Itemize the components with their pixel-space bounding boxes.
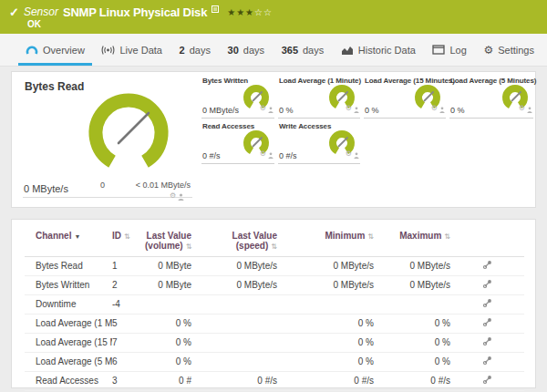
maximum-value: 0 #/s <box>374 372 450 391</box>
table-row[interactable]: Downtime -4 <box>25 295 524 315</box>
user-icon[interactable] <box>439 100 445 117</box>
maximum-value: 0 MByte/s <box>374 257 450 276</box>
wrench-icon <box>482 356 492 366</box>
wrench-icon <box>482 317 492 327</box>
wrench-icon <box>482 298 492 308</box>
channel-table: Channel ID Last Value (volume) Last Valu… <box>25 227 524 392</box>
wrench-icon <box>482 260 492 270</box>
edit-channel-button[interactable] <box>450 276 524 295</box>
channel-id: 2 <box>112 276 145 295</box>
minimum-value: 0 % <box>277 353 374 372</box>
channel-quick-icons: ⚙ <box>170 188 184 204</box>
tab-label: Historic Data <box>358 45 416 56</box>
gear-icon[interactable]: ⚙ <box>260 150 266 158</box>
gauge-arc-icon <box>26 45 38 56</box>
gear-icon[interactable]: ⚙ <box>346 150 352 158</box>
user-icon[interactable] <box>268 100 274 117</box>
gauge-needle <box>119 113 149 143</box>
overview-panel: Bytes Read 0 < 0.01 MByte/s 0 MByte/s ⚙ … <box>11 71 536 208</box>
column-header-last-speed[interactable]: Last Value (speed) <box>191 227 277 257</box>
gear-icon[interactable]: ⚙ <box>170 192 176 200</box>
channel-name: Read Accesses <box>25 372 112 391</box>
column-header-minimum[interactable]: Minimum <box>277 227 374 257</box>
column-header-maximum[interactable]: Maximum <box>374 227 450 257</box>
edit-channel-button[interactable] <box>450 334 524 353</box>
gear-icon[interactable]: ⚙ <box>346 105 352 112</box>
divider <box>23 197 192 198</box>
maximum-value: 0 % <box>374 334 450 353</box>
table-row[interactable]: Bytes Written 2 0 MByte 0 MByte/s 0 MByt… <box>25 276 524 295</box>
tab-live-data[interactable]: Live Data <box>99 34 163 66</box>
gear-icon[interactable]: ⚙ <box>260 105 266 112</box>
table-row[interactable]: Load Average (1 Min... 5 0 % 0 % 0 % <box>25 315 524 334</box>
user-icon[interactable] <box>268 146 274 162</box>
user-icon[interactable] <box>354 100 359 117</box>
mini-gauge-value: 0 % <box>279 106 294 115</box>
channel-name: Bytes Written <box>25 276 112 295</box>
tab-overview[interactable]: Overview <box>24 34 87 66</box>
priority-stars[interactable]: ★★★☆☆ <box>227 7 273 17</box>
edit-channel-button[interactable] <box>450 295 524 315</box>
channel-id: 3 <box>112 372 145 391</box>
channel-name: Bytes Read <box>25 257 112 276</box>
minimum-value: 0 % <box>277 334 374 353</box>
user-icon[interactable] <box>178 188 184 204</box>
mini-gauge-value: 0 % <box>450 106 465 115</box>
mini-gauge-load-average-5-minutes[interactable]: Load Average (5 Minutes) 0 % ⚙ <box>449 76 533 119</box>
sort-icon <box>183 241 192 251</box>
tab-historic-data[interactable]: Historic Data <box>339 34 418 66</box>
mini-gauge-value: 0 #/s <box>202 151 221 160</box>
minimum-value: 0 #/s <box>277 372 374 391</box>
stars-filled-icon: ★★★ <box>227 7 254 17</box>
tab-label: days <box>190 45 211 56</box>
edit-channel-button[interactable] <box>450 372 524 391</box>
tab-30-days[interactable]: 30 days <box>226 34 267 66</box>
edit-channel-button[interactable] <box>450 315 524 334</box>
channel-id: 6 <box>112 353 145 372</box>
status-check-icon: ✓ <box>9 5 19 19</box>
tab-2-days[interactable]: 2 days <box>178 34 212 66</box>
tab-log[interactable]: Log <box>430 34 468 66</box>
channel-name: Load Average (1 Min... <box>25 315 112 334</box>
minimum-value: 0 % <box>277 315 374 334</box>
minimum-value: 0 MByte/s <box>277 276 374 295</box>
last-value-speed <box>191 353 277 372</box>
tab-settings[interactable]: ⚙ Settings <box>481 34 536 66</box>
channel-quick-icons: ⚙ <box>260 100 274 117</box>
main-gauge-title: Bytes Read <box>25 80 84 93</box>
mini-gauge-load-average-1-minute[interactable]: Load Average (1 Minute) 0 % ⚙ <box>278 76 360 119</box>
table-row[interactable]: Load Average (5 Min... 6 0 % 0 % 0 % <box>25 353 524 372</box>
table-row[interactable]: Read Accesses 3 0 # 0 #/s 0 #/s 0 #/s <box>25 372 524 391</box>
window-icon <box>432 45 445 55</box>
column-header-channel[interactable]: Channel <box>25 227 112 257</box>
tab-number: 30 <box>228 45 239 56</box>
last-value-volume: 0 MByte <box>145 257 191 276</box>
last-value-volume: 0 % <box>145 353 191 372</box>
last-value-volume: 0 MByte <box>145 276 191 295</box>
wrench-icon <box>482 279 492 289</box>
user-icon[interactable] <box>527 100 532 117</box>
sensor-title: SNMP Linux Physical Disk <box>63 5 207 19</box>
last-value-volume: 0 % <box>145 315 191 334</box>
user-icon[interactable] <box>354 146 359 162</box>
tab-365-days[interactable]: 365 days <box>280 34 326 66</box>
mini-gauge-write-accesses[interactable]: Write Accesses 0 #/s ⚙ <box>278 121 360 164</box>
tab-label: days <box>243 45 264 56</box>
column-header-id[interactable]: ID <box>112 227 145 257</box>
table-row[interactable]: Bytes Read 1 0 MByte 0 MByte/s 0 MByte/s… <box>25 257 524 276</box>
column-header-last-volume[interactable]: Last Value (volume) <box>145 227 191 257</box>
last-value-speed <box>191 334 277 353</box>
gear-icon[interactable]: ⚙ <box>519 105 525 112</box>
tab-number: 2 <box>180 45 185 56</box>
stars-empty-icon: ☆☆ <box>254 7 273 17</box>
gear-icon[interactable]: ⚙ <box>431 105 438 112</box>
mini-gauge-load-average-15-minutes[interactable]: Load Average (15 Minutes) 0 % ⚙ <box>364 76 446 119</box>
edit-channel-button[interactable] <box>450 353 524 372</box>
table-row[interactable]: Load Average (15 Mi... 7 0 % 0 % 0 % <box>25 334 524 353</box>
mini-gauge-read-accesses[interactable]: Read Accesses 0 #/s ⚙ <box>201 121 274 164</box>
channel-id: 5 <box>112 315 145 334</box>
mini-gauge-bytes-written[interactable]: Bytes Written 0 MByte/s ⚙ <box>201 76 274 119</box>
edit-channel-button[interactable] <box>450 257 524 276</box>
main-gauge[interactable] <box>83 88 174 179</box>
sensor-status-badge: OK <box>27 19 41 29</box>
